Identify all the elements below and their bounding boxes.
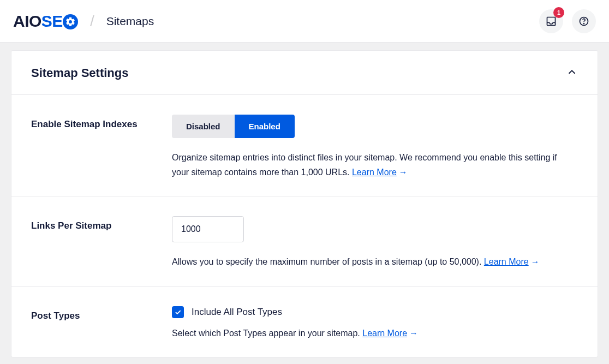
- notification-badge: 1: [553, 7, 564, 18]
- setting-content: Allows you to specify the maximum number…: [172, 216, 578, 269]
- gear-icon: [63, 14, 78, 29]
- help-button[interactable]: [572, 9, 596, 33]
- svg-point-2: [584, 23, 584, 23]
- checkbox-label: Include All Post Types: [192, 307, 282, 318]
- learn-more-link[interactable]: Learn More: [362, 329, 407, 338]
- toggle-group: Disabled Enabled: [172, 115, 295, 138]
- setting-label: Links Per Sitemap: [31, 216, 172, 269]
- card-header[interactable]: Sitemap Settings: [11, 51, 598, 95]
- setting-description: Allows you to specify the maximum number…: [172, 254, 576, 269]
- page-title: Sitemaps: [106, 15, 154, 28]
- setting-content: Disabled Enabled Organize sitemap entrie…: [172, 115, 578, 180]
- setting-content: Include All Post Types Select which Post…: [172, 306, 578, 341]
- setting-enable-indexes: Enable Sitemap Indexes Disabled Enabled …: [11, 95, 598, 196]
- logo: AIOSE: [13, 12, 78, 31]
- enabled-button[interactable]: Enabled: [235, 115, 295, 138]
- learn-more-link[interactable]: Learn More: [352, 168, 397, 177]
- arrow-icon: →: [399, 168, 408, 177]
- card-title: Sitemap Settings: [31, 66, 128, 80]
- notifications-button[interactable]: 1: [539, 9, 563, 33]
- setting-post-types: Post Types Include All Post Types Select…: [11, 287, 598, 357]
- topbar: AIOSE / Sitemaps 1: [0, 0, 609, 43]
- arrow-icon: →: [409, 329, 418, 338]
- checkbox-row: Include All Post Types: [172, 306, 578, 318]
- learn-more-link[interactable]: Learn More: [484, 257, 529, 266]
- include-all-checkbox[interactable]: [172, 306, 184, 318]
- divider: /: [90, 13, 94, 30]
- settings-card: Sitemap Settings Enable Sitemap Indexes …: [11, 50, 598, 357]
- chevron-up-icon: [566, 66, 578, 80]
- setting-description: Select which Post Types appear in your s…: [172, 326, 576, 341]
- setting-label: Enable Sitemap Indexes: [31, 115, 172, 180]
- setting-label: Post Types: [31, 306, 172, 341]
- logo-text-b: SE: [41, 12, 63, 31]
- setting-links-per-sitemap: Links Per Sitemap Allows you to specify …: [11, 196, 598, 286]
- setting-description: Organize sitemap entries into distinct f…: [172, 150, 576, 180]
- arrow-icon: →: [531, 257, 540, 266]
- links-per-sitemap-input[interactable]: [172, 216, 244, 242]
- logo-text-a: AIO: [13, 12, 41, 31]
- topbar-actions: 1: [539, 9, 596, 33]
- disabled-button[interactable]: Disabled: [172, 115, 235, 138]
